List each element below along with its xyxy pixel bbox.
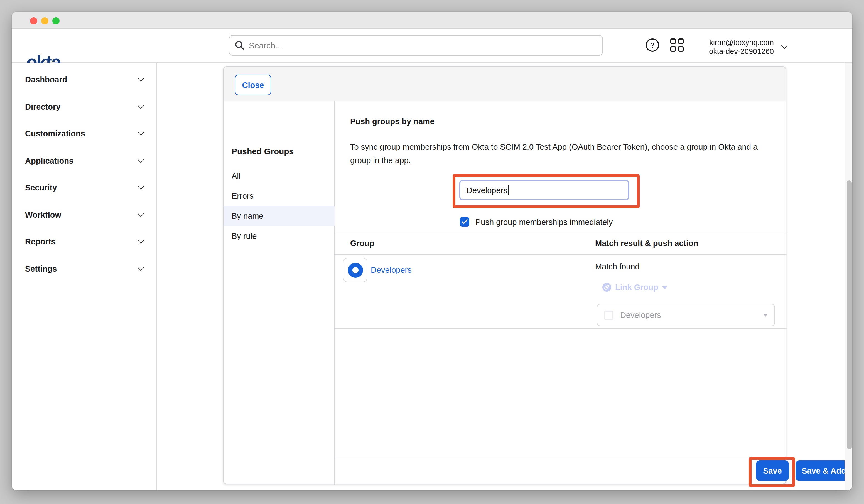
apps-grid-icon[interactable] <box>670 38 684 52</box>
link-icon <box>602 283 611 292</box>
window-minimize-button[interactable] <box>41 17 48 24</box>
group-name-input-value: Developers <box>467 185 507 194</box>
group-avatar-icon <box>348 262 363 277</box>
browser-window: okta ? kiran@boxyhq.com okta-dev-2090126… <box>12 12 852 490</box>
caret-down-icon <box>662 286 668 289</box>
group-name-input[interactable]: Developers <box>459 180 629 200</box>
chevron-down-icon <box>138 211 144 217</box>
panel-header: Close <box>224 67 785 101</box>
search-icon <box>235 41 244 50</box>
help-icon[interactable]: ? <box>646 38 659 52</box>
table-row-border <box>335 328 787 329</box>
app-group-checkbox-icon <box>604 310 613 320</box>
pushed-groups-subnav: Pushed Groups All Errors By name By rule <box>224 101 335 485</box>
sidebar-item-security[interactable]: Security <box>12 174 156 201</box>
caret-down-icon <box>763 314 768 316</box>
account-email: kiran@boxyhq.com <box>709 38 774 47</box>
subnav-item-errors[interactable]: Errors <box>224 186 335 206</box>
close-button[interactable]: Close <box>235 75 271 95</box>
app-group-select[interactable]: Developers <box>597 304 775 326</box>
search-input[interactable] <box>249 41 597 50</box>
window-zoom-button[interactable] <box>52 17 60 24</box>
column-header-group: Group <box>350 239 374 248</box>
chevron-down-icon <box>138 237 144 244</box>
chevron-down-icon <box>138 103 144 109</box>
chevron-down-icon <box>138 75 144 82</box>
app-group-select-value: Developers <box>620 311 763 320</box>
sidebar-item-settings[interactable]: Settings <box>12 255 156 282</box>
check-icon <box>461 219 468 224</box>
subnav-item-by-rule[interactable]: By rule <box>224 226 335 246</box>
global-search[interactable] <box>229 35 603 56</box>
section-heading: Push groups by name <box>350 117 434 126</box>
subnav-title: Pushed Groups <box>231 146 294 156</box>
desktop: okta ? kiran@boxyhq.com okta-dev-2090126… <box>0 0 864 504</box>
section-description: To sync group memberships from Okta to S… <box>350 140 775 167</box>
sidebar-item-workflow[interactable]: Workflow <box>12 201 156 228</box>
chevron-down-icon <box>138 129 144 136</box>
window-titlebar <box>12 12 852 29</box>
sidebar-item-reports[interactable]: Reports <box>12 228 156 255</box>
column-header-match: Match result & push action <box>595 239 698 248</box>
push-by-name-section: Push groups by name To sync group member… <box>335 101 787 485</box>
sidebar-nav: Dashboard Directory Customizations Appli… <box>12 63 157 490</box>
table-top-border <box>335 233 787 233</box>
sidebar-item-directory[interactable]: Directory <box>12 93 156 120</box>
sidebar-item-applications[interactable]: Applications <box>12 147 156 174</box>
sidebar-item-dashboard[interactable]: Dashboard <box>12 66 156 93</box>
subnav-item-all[interactable]: All <box>224 166 335 186</box>
sidebar-item-customizations[interactable]: Customizations <box>12 120 156 147</box>
push-immediately-checkbox[interactable] <box>460 217 469 227</box>
scrollbar-track[interactable] <box>844 63 852 490</box>
match-status: Match found <box>595 262 640 271</box>
account-org: okta-dev-20901260 <box>709 47 774 56</box>
account-menu[interactable]: kiran@boxyhq.com okta-dev-20901260 <box>709 38 774 56</box>
app-header: okta ? kiran@boxyhq.com okta-dev-2090126… <box>12 29 852 63</box>
group-name-link[interactable]: Developers <box>371 265 412 274</box>
push-immediately-label: Push group memberships immediately <box>476 218 613 227</box>
save-button[interactable]: Save <box>756 460 789 481</box>
chevron-down-icon <box>138 156 144 163</box>
footer-divider <box>335 457 787 458</box>
chevron-down-icon[interactable] <box>781 43 788 49</box>
chevron-down-icon <box>138 264 144 271</box>
link-group-label: Link Group <box>615 283 658 292</box>
window-close-button[interactable] <box>30 17 37 24</box>
push-groups-panel: Close Pushed Groups All Errors By name B… <box>223 66 786 484</box>
table-header-border <box>335 254 787 255</box>
scrollbar-thumb[interactable] <box>847 180 851 449</box>
link-group-dropdown[interactable]: Link Group <box>602 283 668 292</box>
group-avatar <box>343 258 368 282</box>
chevron-down-icon <box>138 183 144 190</box>
save-add-another-button[interactable]: Save & Add Another <box>795 460 852 481</box>
subnav-item-by-name[interactable]: By name <box>224 206 335 226</box>
text-cursor <box>508 185 509 195</box>
